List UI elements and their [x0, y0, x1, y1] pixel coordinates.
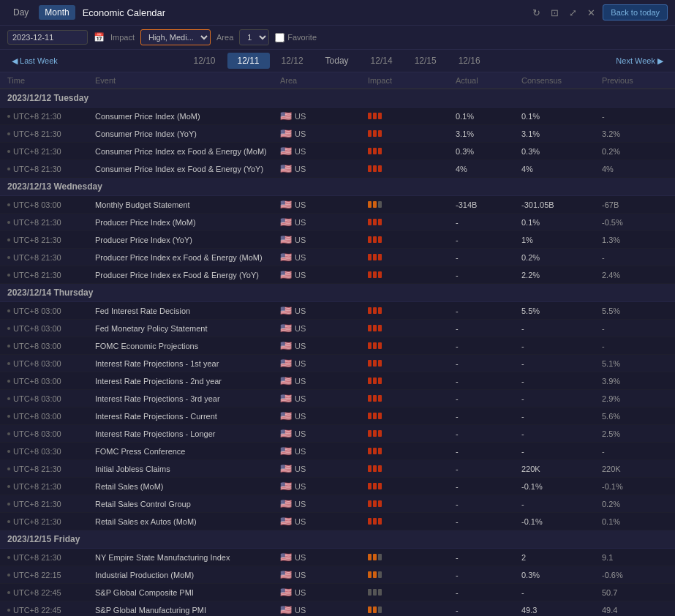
cell-impact [368, 360, 456, 367]
cell-impact [368, 307, 456, 314]
window-icon-btn[interactable]: ⊡ [548, 6, 562, 20]
table-row[interactable]: UTC+8 22:45 S&P Global Composite PMI 🇺🇸 … [0, 584, 675, 601]
cell-event: Interest Rate Projections - Longer [95, 429, 280, 438]
cell-previous: 2.9% [602, 394, 668, 403]
table-row[interactable]: UTC+8 22:15 Industrial Production (MoM) … [0, 566, 675, 584]
table-row[interactable]: UTC+8 03:00 Fed Interest Rate Decision 🇺… [0, 302, 675, 320]
table-row[interactable]: UTC+8 03:00 Interest Rate Projections - … [0, 407, 675, 425]
cell-area: 🇺🇸 US [280, 604, 368, 615]
cell-time: UTC+8 21:30 [7, 482, 95, 491]
date-tab-1215[interactable]: 12/15 [404, 53, 447, 69]
cell-consensus: 0.1% [521, 112, 602, 121]
cell-area: 🇺🇸 US [280, 587, 368, 598]
cell-previous: 49.4 [602, 606, 668, 615]
table-row[interactable]: UTC+8 21:30 Producer Price Index ex Food… [0, 266, 675, 284]
cell-previous: - [602, 342, 668, 350]
table-row[interactable]: UTC+8 21:30 Consumer Price Index (YoY) 🇺… [0, 125, 675, 143]
col-consensus: Consensus [521, 76, 602, 85]
cell-actual: - [456, 588, 521, 597]
table-row[interactable]: UTC+8 21:30 Consumer Price Index (MoM) 🇺… [0, 108, 675, 125]
cell-time: UTC+8 03:00 [7, 429, 95, 438]
cell-previous: 5.5% [602, 307, 668, 315]
cell-area: 🇺🇸 US [280, 199, 368, 210]
cell-event: FOMC Press Conference [95, 447, 280, 456]
expand-icon-btn[interactable]: ⤢ [566, 6, 580, 20]
cell-previous: 4% [602, 165, 668, 173]
table-row[interactable]: UTC+8 03:00 Interest Rate Projections - … [0, 425, 675, 443]
next-week-btn[interactable]: Next Week ▶ [611, 54, 668, 68]
table-row[interactable]: UTC+8 03:00 Interest Rate Projections - … [0, 372, 675, 390]
back-today-button[interactable]: Back to today [603, 4, 668, 20]
date-tab-1214[interactable]: 12/14 [361, 53, 403, 69]
row-indicator [7, 115, 10, 118]
cell-time: UTC+8 21:30 [7, 129, 95, 138]
row-indicator [7, 503, 10, 506]
cell-time: UTC+8 21:30 [7, 147, 95, 156]
area-select[interactable]: 1 [239, 29, 269, 45]
table-row[interactable]: UTC+8 21:30 NY Empire State Manufacturin… [0, 549, 675, 566]
row-indicator [7, 327, 10, 330]
section-header: 2023/12/15 Friday [0, 530, 675, 549]
cell-time: UTC+8 21:30 [7, 236, 95, 244]
table-row[interactable]: UTC+8 03:00 Fed Monetary Policy Statemen… [0, 320, 675, 337]
date-tab-1210[interactable]: 12/10 [183, 53, 225, 69]
row-indicator [7, 380, 10, 383]
date-input[interactable] [7, 30, 88, 45]
section-header: 2023/12/13 Wednesday [0, 178, 675, 196]
table-row[interactable]: UTC+8 22:45 S&P Global Manufacturing PMI… [0, 601, 675, 616]
cell-consensus: - [521, 447, 602, 456]
table-row[interactable]: UTC+8 21:30 Retail Sales (MoM) 🇺🇸 US - -… [0, 478, 675, 495]
table-row[interactable]: UTC+8 21:30 Producer Price Index (MoM) 🇺… [0, 214, 675, 231]
cell-impact [368, 254, 456, 260]
row-indicator [7, 520, 10, 523]
close-icon-btn[interactable]: ✕ [584, 6, 598, 20]
table-row[interactable]: UTC+8 03:00 Interest Rate Projections - … [0, 390, 675, 407]
col-impact: Impact [368, 76, 456, 85]
cell-actual: - [456, 218, 521, 227]
date-tab-1216[interactable]: 12/16 [448, 53, 491, 69]
table-row[interactable]: UTC+8 21:30 Consumer Price Index ex Food… [0, 160, 675, 178]
date-tab-today[interactable]: Today [315, 53, 359, 69]
cell-time: UTC+8 03:00 [7, 307, 95, 315]
cell-consensus: -301.05B [521, 200, 602, 209]
cell-time: UTC+8 03:00 [7, 359, 95, 368]
favorite-checkbox[interactable] [275, 33, 284, 42]
table-row[interactable]: UTC+8 03:00 Interest Rate Projections - … [0, 355, 675, 372]
impact-select[interactable]: High, Medi... [140, 29, 211, 45]
row-indicator [7, 450, 10, 453]
cell-consensus: 2.2% [521, 271, 602, 279]
table-row[interactable]: UTC+8 21:30 Producer Price Index ex Food… [0, 249, 675, 266]
cell-impact [368, 465, 456, 472]
cell-area: 🇺🇸 US [280, 146, 368, 157]
favorite-checkbox-label[interactable]: Favorite [275, 33, 317, 42]
table-row[interactable]: UTC+8 03:30 FOMC Press Conference 🇺🇸 US … [0, 443, 675, 460]
row-indicator [7, 221, 10, 224]
table-row[interactable]: UTC+8 21:30 Consumer Price Index ex Food… [0, 143, 675, 160]
cell-time: UTC+8 03:00 [7, 324, 95, 333]
table-row[interactable]: UTC+8 21:30 Retail Sales ex Autos (MoM) … [0, 513, 675, 530]
cell-consensus: 0.3% [521, 571, 602, 579]
calendar-icon[interactable]: 📅 [94, 32, 105, 42]
last-week-btn[interactable]: ◀ Last Week [7, 54, 62, 68]
cell-impact [368, 430, 456, 437]
table-row[interactable]: UTC+8 21:30 Initial Jobless Claims 🇺🇸 US… [0, 460, 675, 478]
cell-event: Interest Rate Projections - 2nd year [95, 377, 280, 386]
tab-day[interactable]: Day [7, 5, 34, 20]
cell-consensus: - [521, 342, 602, 350]
cell-impact [368, 130, 456, 137]
cell-area: 🇺🇸 US [280, 252, 368, 263]
table-row[interactable]: UTC+8 21:30 Retail Sales Control Group 🇺… [0, 495, 675, 513]
date-tab-1211[interactable]: 12/11 [227, 53, 270, 69]
cell-time: UTC+8 22:45 [7, 606, 95, 615]
refresh-icon-btn[interactable]: ↻ [529, 6, 543, 20]
table-row[interactable]: UTC+8 21:30 Producer Price Index (YoY) 🇺… [0, 231, 675, 249]
col-event: Event [95, 76, 280, 85]
tab-month[interactable]: Month [39, 5, 75, 20]
table-row[interactable]: UTC+8 03:00 Monthly Budget Statement 🇺🇸 … [0, 196, 675, 214]
cell-event: Fed Monetary Policy Statement [95, 324, 280, 333]
cell-impact [368, 448, 456, 454]
cell-previous: -0.1% [602, 482, 668, 491]
date-tab-1212[interactable]: 12/12 [271, 53, 314, 69]
cell-previous: 9.1 [602, 553, 668, 562]
table-row[interactable]: UTC+8 03:00 FOMC Economic Projections 🇺🇸… [0, 337, 675, 355]
